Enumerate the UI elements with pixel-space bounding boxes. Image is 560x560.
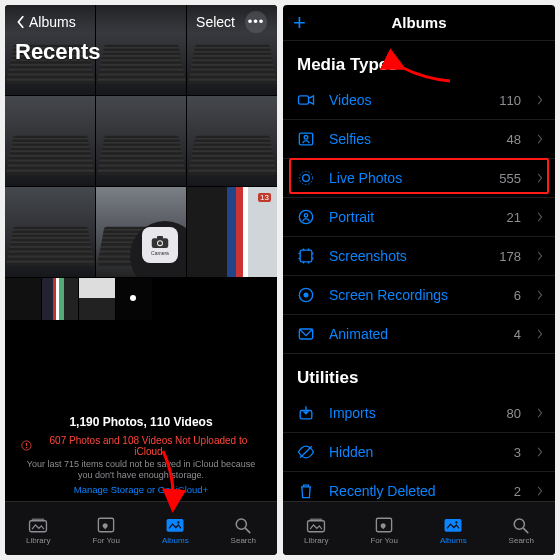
svg-point-33 bbox=[515, 519, 525, 529]
warning-detail: Your last 715 items could not be saved i… bbox=[27, 459, 255, 471]
row-recently-deleted[interactable]: Recently Deleted 2 bbox=[283, 472, 555, 501]
row-videos[interactable]: Videos 110 bbox=[283, 81, 555, 120]
chevron-right-icon bbox=[537, 404, 543, 422]
tab-search[interactable]: Search bbox=[231, 515, 256, 545]
selfies-icon bbox=[295, 128, 317, 150]
camera-app-icon: Camera bbox=[142, 227, 178, 263]
photo-thumbnail[interactable] bbox=[5, 278, 41, 320]
section-header-media-types: Media Types bbox=[283, 41, 555, 81]
row-imports[interactable]: Imports 80 bbox=[283, 394, 555, 433]
svg-rect-29 bbox=[310, 518, 323, 520]
row-portrait[interactable]: Portrait 21 bbox=[283, 198, 555, 237]
chevron-right-icon bbox=[537, 286, 543, 304]
trash-icon bbox=[295, 480, 317, 501]
photo-thumbnail[interactable] bbox=[79, 278, 115, 320]
row-screenshots[interactable]: Screenshots 178 bbox=[283, 237, 555, 276]
photo-thumbnail[interactable] bbox=[116, 278, 152, 320]
photo-thumbnail[interactable]: 13 bbox=[187, 187, 277, 277]
animated-icon bbox=[295, 323, 317, 345]
svg-rect-7 bbox=[30, 520, 47, 531]
live-photos-icon bbox=[295, 167, 317, 189]
row-animated[interactable]: Animated 4 bbox=[283, 315, 555, 354]
chevron-right-icon bbox=[537, 208, 543, 226]
tab-albums[interactable]: Albums bbox=[440, 515, 467, 545]
svg-rect-31 bbox=[445, 519, 462, 532]
chevron-right-icon bbox=[537, 130, 543, 148]
row-hidden[interactable]: Hidden 3 bbox=[283, 433, 555, 472]
tab-bar: Library For You Albums Search bbox=[283, 501, 555, 555]
tab-search[interactable]: Search bbox=[509, 515, 534, 545]
utilities-list: Imports 80 Hidden 3 Recently Deleted 2 bbox=[283, 394, 555, 501]
add-album-button[interactable]: + bbox=[293, 12, 306, 34]
row-screen-recordings[interactable]: Screen Recordings 6 bbox=[283, 276, 555, 315]
svg-point-18 bbox=[303, 175, 310, 182]
manage-storage-link[interactable]: Manage Storage or Get iCloud+ bbox=[74, 484, 208, 495]
photo-thumbnail[interactable] bbox=[42, 278, 78, 320]
photo-video-count: 1,190 Photos, 110 Videos bbox=[69, 415, 212, 429]
screen-recordings-icon bbox=[295, 284, 317, 306]
back-button[interactable]: Albums bbox=[15, 14, 76, 30]
svg-rect-1 bbox=[157, 236, 163, 239]
svg-point-3 bbox=[158, 241, 162, 245]
tab-library[interactable]: Library bbox=[304, 515, 328, 545]
more-button[interactable]: ••• bbox=[245, 11, 267, 33]
svg-point-17 bbox=[304, 136, 308, 140]
left-screenshot: Albums Select ••• Recents Camera 13 1,1 bbox=[5, 5, 277, 555]
select-button[interactable]: Select bbox=[196, 14, 235, 30]
nav-bar: Albums Select ••• bbox=[5, 5, 277, 37]
svg-point-24 bbox=[304, 293, 309, 298]
svg-point-6 bbox=[26, 447, 27, 448]
chevron-right-icon bbox=[537, 247, 543, 265]
tab-for-you[interactable]: For You bbox=[92, 515, 120, 545]
tab-for-you[interactable]: For You bbox=[370, 515, 398, 545]
page-title: Albums bbox=[391, 14, 446, 31]
svg-rect-8 bbox=[32, 518, 45, 520]
photo-thumbnail[interactable] bbox=[96, 96, 186, 186]
section-header-utilities: Utilities bbox=[283, 354, 555, 394]
chevron-right-icon bbox=[537, 325, 543, 343]
row-selfies[interactable]: Selfies 48 bbox=[283, 120, 555, 159]
svg-rect-15 bbox=[299, 96, 309, 104]
chevron-right-icon bbox=[537, 91, 543, 109]
screenshots-icon bbox=[295, 245, 317, 267]
svg-rect-5 bbox=[26, 443, 27, 446]
tab-albums[interactable]: Albums bbox=[162, 515, 189, 545]
icloud-warning: 607 Photos and 108 Videos Not Uploaded t… bbox=[21, 435, 261, 457]
thumbnail-strip bbox=[5, 277, 277, 320]
svg-point-13 bbox=[237, 519, 247, 529]
photo-thumbnail[interactable] bbox=[5, 187, 95, 277]
photo-thumbnail[interactable]: Camera bbox=[96, 187, 186, 277]
svg-rect-22 bbox=[300, 250, 312, 262]
svg-line-14 bbox=[246, 528, 250, 532]
warning-icon bbox=[21, 440, 32, 451]
portrait-icon bbox=[295, 206, 317, 228]
video-icon bbox=[295, 89, 317, 111]
svg-rect-28 bbox=[308, 520, 325, 531]
tab-library[interactable]: Library bbox=[26, 515, 50, 545]
svg-rect-10 bbox=[167, 519, 184, 532]
right-screenshot: + Albums Media Types Videos 110 Selfies … bbox=[283, 5, 555, 555]
row-live-photos[interactable]: Live Photos 555 bbox=[283, 159, 555, 198]
media-types-list: Videos 110 Selfies 48 Live Photos 555 Po… bbox=[283, 81, 555, 354]
warning-detail: you don't have enough storage. bbox=[78, 470, 204, 482]
nav-bar: + Albums bbox=[283, 5, 555, 41]
imports-icon bbox=[295, 402, 317, 424]
hidden-icon bbox=[295, 441, 317, 463]
svg-point-32 bbox=[456, 521, 458, 523]
svg-line-34 bbox=[524, 528, 528, 532]
tab-bar: Library For You Albums Search bbox=[5, 501, 277, 555]
chevron-right-icon bbox=[537, 169, 543, 187]
page-title: Recents bbox=[15, 39, 101, 65]
svg-point-12 bbox=[178, 521, 180, 523]
chevron-right-icon bbox=[537, 443, 543, 461]
chevron-right-icon bbox=[537, 482, 543, 500]
back-label: Albums bbox=[29, 14, 76, 30]
svg-point-19 bbox=[299, 171, 312, 184]
photo-thumbnail[interactable] bbox=[5, 96, 95, 186]
summary-section: 1,190 Photos, 110 Videos 607 Photos and … bbox=[5, 320, 277, 501]
svg-point-21 bbox=[304, 214, 307, 217]
photo-thumbnail[interactable] bbox=[187, 96, 277, 186]
